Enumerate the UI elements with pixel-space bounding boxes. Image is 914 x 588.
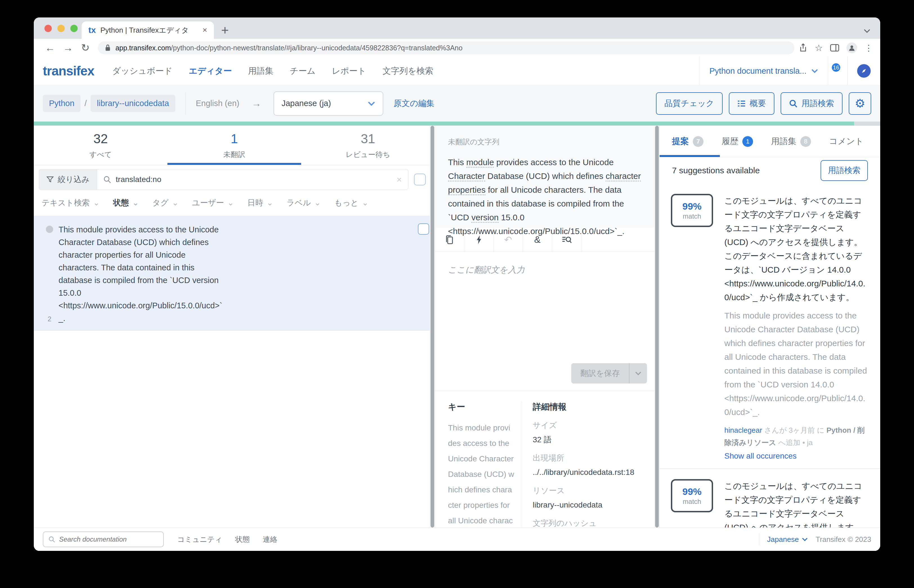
suggestion-user-link[interactable]: hinaclegear [724, 426, 762, 435]
save-translation-button[interactable]: 翻訳を保存 [571, 363, 647, 383]
filter-button[interactable]: 絞り込み [39, 169, 97, 190]
search-icon [103, 176, 111, 183]
project-selector[interactable]: Python document transla... [699, 57, 828, 85]
documentation-search-input[interactable] [59, 535, 158, 543]
clear-search-icon[interactable]: × [397, 174, 402, 185]
tab-close-icon[interactable]: × [203, 26, 207, 35]
tab-suggestions[interactable]: 提案 7 [672, 136, 704, 147]
edit-source-link[interactable]: 原文の編集 [393, 98, 434, 109]
editor-toolbar: Python / library--unicodedata English (e… [34, 85, 880, 121]
target-language-select[interactable]: Japanese (ja) [273, 91, 383, 116]
tab-all-strings[interactable]: 32 すべて [34, 126, 168, 165]
save-options-chevron-icon[interactable] [630, 371, 647, 376]
tab-waiting-review[interactable]: 31 レビュー待ち [301, 126, 435, 165]
translation-panel: 未翻訳の文字列 This module provides access to t… [435, 126, 660, 528]
chip-user[interactable]: ユーザー⌄ [192, 197, 234, 208]
breadcrumb-project[interactable]: Python [43, 95, 81, 112]
chip-status[interactable]: 状態⌄ [113, 197, 139, 208]
share-icon[interactable] [799, 43, 807, 52]
occurrence-value: ../../library/unicodedata.rst:18 [533, 466, 648, 478]
tab-untranslated[interactable]: 1 未翻訳 [168, 126, 301, 165]
tab-history[interactable]: 履歴 1 [722, 136, 753, 147]
suggestion-translation: このモジュールは、すべてのユニコード文字の文字プロパティを定義するユニコード文字… [724, 479, 869, 528]
chevron-down-icon [368, 101, 375, 106]
chip-text-search[interactable]: テキスト検索⌄ [42, 197, 100, 208]
chip-datetime[interactable]: 日時⌄ [247, 197, 273, 208]
suggestion-item[interactable]: 99% match このモジュールは、すべてのユニコード文字の文字プロパティを定… [660, 468, 880, 528]
footer-link-status[interactable]: 状態 [235, 535, 250, 544]
tab-glossary[interactable]: 用語集 8 [771, 136, 811, 147]
tab-title: Python | Transifexエディタ [100, 25, 198, 35]
browser-profile-avatar[interactable] [846, 42, 857, 53]
browser-menu-icon[interactable]: ⋮ [864, 43, 873, 53]
tab-comments[interactable]: コメント [829, 136, 864, 147]
special-characters-icon[interactable]: & [523, 228, 552, 252]
key-column: キー This module provides access to the Un… [448, 401, 522, 528]
app-footer: コミュニティ 状態 連絡 Japanese Transifex © 2023 [34, 528, 880, 551]
qa-check-button[interactable]: 品質チェック [656, 92, 723, 115]
breadcrumb-resource[interactable]: library--unicodedata [90, 95, 175, 112]
nav-glossary[interactable]: 用語集 [248, 65, 273, 77]
translation-toolbar: ↶ & [435, 228, 659, 252]
select-all-checkbox[interactable] [414, 174, 426, 186]
chip-labels[interactable]: ラベル⌄ [287, 197, 321, 208]
glossary-search-button[interactable]: 用語検索 [781, 92, 843, 115]
list-scrollbar[interactable] [430, 126, 435, 528]
user-menu[interactable]: 16 [828, 57, 847, 85]
url-domain: app.transifex.com [115, 44, 171, 52]
footer-link-contact[interactable]: 連絡 [263, 535, 278, 544]
string-checkbox[interactable] [418, 223, 429, 235]
suggestion-item[interactable]: 99% match このモジュールは、すべてのユニコード文字の文字プロパティを定… [660, 184, 880, 468]
tab-search-chevron-icon[interactable] [863, 29, 870, 33]
compass-icon[interactable] [857, 64, 870, 78]
nav-dashboard[interactable]: ダッシュボード [112, 65, 173, 77]
machine-translation-icon[interactable] [464, 228, 494, 252]
documentation-search-box[interactable] [43, 531, 164, 547]
size-label: サイズ [533, 420, 648, 431]
glossary-term: character [606, 171, 641, 181]
string-line-number: 2 [48, 315, 51, 325]
nav-teams[interactable]: チーム [290, 65, 315, 77]
new-tab-button[interactable]: + [221, 24, 229, 37]
nav-editor[interactable]: エディター [189, 65, 232, 77]
window-zoom-button[interactable] [70, 25, 78, 32]
browser-tab[interactable]: tx Python | Transifexエディタ × [82, 21, 214, 39]
address-bar[interactable]: app.transifex.com/python-doc/python-newe… [98, 41, 795, 54]
help-section[interactable] [847, 57, 880, 85]
search-input[interactable] [116, 175, 392, 184]
show-all-occurrences-link[interactable]: Show all occurences [724, 452, 869, 460]
transifex-logo[interactable]: transifex [43, 63, 94, 79]
back-icon[interactable]: ← [41, 43, 59, 53]
copy-source-icon[interactable] [435, 228, 464, 252]
side-panel-icon[interactable] [830, 44, 839, 52]
window-controls [44, 25, 78, 32]
chip-more[interactable]: もっと⌄ [334, 197, 368, 208]
nav-reports[interactable]: レポート [332, 65, 366, 77]
reload-icon[interactable]: ↻ [77, 43, 94, 53]
settings-gear-button[interactable]: ⚙ [849, 92, 871, 115]
suggestion-list: 99% match このモジュールは、すべてのユニコード文字の文字プロパティを定… [660, 184, 880, 528]
glossary-search-button-sidebar[interactable]: 用語検索 [820, 160, 868, 181]
overview-button[interactable]: 概要 [729, 92, 774, 115]
chevron-down-icon [811, 69, 818, 73]
string-list-item[interactable]: 2 This module provides access to the Uni… [34, 216, 435, 331]
editor-main: 32 すべて 1 未翻訳 31 レビュー待ち [34, 126, 880, 528]
footer-language-select[interactable]: Japanese [767, 535, 808, 544]
window-close-button[interactable] [44, 25, 52, 32]
chip-tags[interactable]: タグ⌄ [152, 197, 179, 208]
string-search-box[interactable]: × [97, 169, 408, 190]
nav-search-strings[interactable]: 文字列を検索 [383, 65, 433, 77]
chevron-down-icon [802, 537, 808, 541]
glossary-term: properties [448, 185, 485, 195]
match-badge: 99% match [671, 194, 713, 227]
details-column: 詳細情報 サイズ 32 語 出現場所 ../../library/unicode… [533, 401, 659, 528]
chevron-down-icon: ⌄ [362, 198, 368, 207]
forward-icon[interactable]: → [59, 43, 77, 53]
footer-link-community[interactable]: コミュニティ [177, 535, 222, 544]
editor-scrollbar[interactable] [654, 126, 659, 528]
window-minimize-button[interactable] [57, 25, 65, 32]
translation-input[interactable] [435, 252, 659, 363]
concordance-search-icon[interactable] [552, 228, 581, 252]
bookmark-star-icon[interactable]: ☆ [815, 42, 823, 53]
key-label: キー [448, 401, 514, 413]
